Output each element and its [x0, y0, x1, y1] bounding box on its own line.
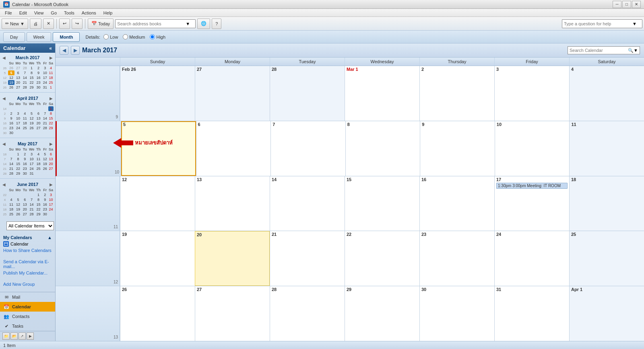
sidebar-collapse-button[interactable]: «	[49, 45, 52, 51]
cal-search-input[interactable]	[570, 48, 628, 53]
cal-day-mar18[interactable]: 18	[569, 176, 644, 231]
close-button[interactable]: ✕	[632, 1, 641, 8]
my-calendars-collapse-icon[interactable]: ▲	[47, 235, 52, 240]
cal-day-mar28[interactable]: 28	[270, 286, 345, 341]
nav-contacts[interactable]: 👥 Contacts	[0, 312, 55, 321]
cal-day-mar25[interactable]: 25	[569, 231, 644, 286]
cal-day-mar29[interactable]: 29	[345, 286, 419, 341]
mini-cal-may-next[interactable]: ▶	[49, 142, 54, 146]
mini-cal-day[interactable]: 6	[14, 70, 21, 75]
tab-week[interactable]: Week	[27, 32, 52, 42]
today-button[interactable]: 📅 Today	[88, 19, 114, 29]
nav-tasks[interactable]: ✔ Tasks	[0, 321, 55, 331]
cal-day-mar23[interactable]: 23	[419, 231, 494, 286]
cal-day-mar22[interactable]: 22	[345, 231, 419, 286]
expand-icon-btn[interactable]: ▶	[27, 332, 34, 340]
mini-cal-day[interactable]: 18	[48, 75, 54, 80]
forward-button[interactable]: ↪	[72, 19, 83, 29]
search-icon[interactable]: ▼	[186, 21, 190, 26]
cal-day-mar7[interactable]: 7	[270, 121, 345, 176]
menu-file[interactable]: File	[2, 10, 15, 16]
share-calendars-link[interactable]: How to Share Calendars	[3, 247, 52, 254]
cal-search-bar[interactable]: 🔍 ▼	[568, 46, 640, 54]
mini-cal-day[interactable]: 20	[14, 80, 21, 85]
address-search-input[interactable]	[117, 21, 186, 26]
nav-calendar[interactable]: 📅 Calendar	[0, 302, 55, 312]
publish-calendar-link[interactable]: Publish My Calendar...	[3, 270, 52, 276]
globe-button[interactable]: 🌐	[197, 19, 210, 29]
menu-view[interactable]: View	[31, 10, 47, 16]
mini-cal-day-april1[interactable]: 1	[48, 106, 54, 111]
minimize-button[interactable]: ─	[613, 1, 621, 8]
mini-cal-day[interactable]: 11	[48, 70, 54, 75]
cal-day-mar15[interactable]: 15	[345, 176, 419, 231]
window-controls[interactable]: ─ □ ✕	[613, 1, 641, 8]
cal-day-feb28[interactable]: 28	[270, 66, 345, 121]
mini-cal-day[interactable]: 3	[42, 66, 48, 70]
folder2-icon-btn[interactable]: 📂	[10, 332, 18, 340]
cal-day-mar3[interactable]: 3	[494, 66, 569, 121]
cal-day-mar11[interactable]: 11	[569, 121, 644, 176]
cal-prev-button[interactable]: ◀	[60, 46, 68, 55]
mini-cal-day-selected[interactable]: 19	[8, 80, 15, 85]
shortcut-icon-btn[interactable]: ↗	[19, 332, 26, 340]
mini-cal-day[interactable]: 26	[8, 85, 15, 90]
restore-button[interactable]: □	[622, 1, 631, 8]
cal-next-button[interactable]: ▶	[71, 46, 80, 55]
mini-cal-day[interactable]: 27	[14, 85, 21, 90]
cal-day-mar1[interactable]: Mar 1	[345, 66, 419, 121]
mini-cal-day[interactable]: 25	[48, 80, 54, 85]
mini-cal-day[interactable]: 1	[28, 66, 35, 70]
cal-day-mar21[interactable]: 21	[270, 231, 345, 286]
mini-cal-day[interactable]: 15	[28, 75, 35, 80]
tab-month[interactable]: Month	[53, 32, 80, 42]
folder-icon-btn[interactable]: 📁	[2, 332, 10, 340]
tab-day[interactable]: Day	[3, 32, 25, 42]
menu-go[interactable]: Go	[47, 10, 60, 16]
cal-day-mar16[interactable]: 16	[419, 176, 494, 231]
cal-event-meeting[interactable]: 1:30pm 3:00pm Meeting: IT ROOM	[496, 183, 568, 189]
cal-day-mar26[interactable]: 26	[120, 286, 195, 341]
cal-day-mar4[interactable]: 4	[569, 66, 644, 121]
calendar-item-main[interactable]: Calendar	[3, 241, 52, 247]
add-group-link[interactable]: Add New Group	[3, 281, 52, 287]
mini-cal-day-today[interactable]: 5	[8, 70, 15, 75]
print-button[interactable]: 🖨	[30, 19, 41, 29]
cal-day-feb26[interactable]: Feb 26	[120, 66, 195, 121]
mini-cal-day[interactable]: 8	[28, 70, 35, 75]
help-search-input[interactable]	[564, 21, 632, 26]
mini-cal-next[interactable]: ▶	[49, 56, 54, 60]
cal-day-mar31[interactable]: 31	[494, 286, 569, 341]
send-calendar-link[interactable]: Send a Calendar via E-mail...	[3, 258, 52, 270]
mini-cal-day[interactable]: 4	[48, 66, 54, 70]
cal-day-mar8[interactable]: 8	[345, 121, 420, 176]
radio-low[interactable]: Low	[103, 34, 118, 39]
menu-help[interactable]: Help	[100, 10, 116, 16]
cal-day-mar10[interactable]: 10	[495, 121, 570, 176]
mini-cal-day[interactable]: 31	[42, 85, 48, 90]
cal-day-mar24[interactable]: 24	[494, 231, 569, 286]
mini-cal-day[interactable]: 13	[14, 75, 21, 80]
my-calendars-header[interactable]: My Calendars ▲	[3, 235, 52, 240]
cal-day-mar9[interactable]: 9	[420, 121, 495, 176]
cal-day-mar14[interactable]: 14	[270, 176, 345, 231]
menu-edit[interactable]: Edit	[16, 10, 30, 16]
cal-day-apr1[interactable]: Apr 1	[569, 286, 644, 341]
delete-button[interactable]: ✕	[43, 19, 54, 29]
cal-day-mar19[interactable]: 19	[120, 231, 195, 286]
cal-day-mar2[interactable]: 2	[419, 66, 494, 121]
mini-cal-day[interactable]: 12	[8, 75, 15, 80]
mini-cal-day[interactable]: 27	[14, 66, 21, 70]
help-question-button[interactable]: ?	[212, 19, 221, 29]
mini-cal-day[interactable]: 10	[42, 70, 48, 75]
mini-cal-may-prev[interactable]: ◀	[2, 142, 6, 146]
new-button[interactable]: ✏ New ▼	[2, 19, 28, 29]
help-search-icon[interactable]: ▼	[632, 21, 637, 26]
mini-cal-day[interactable]: 9	[35, 70, 42, 75]
cal-day-mar27[interactable]: 27	[195, 286, 270, 341]
mini-cal-day[interactable]: 2	[35, 66, 42, 70]
reply-button[interactable]: ↩	[59, 19, 70, 29]
mini-cal-prev[interactable]: ◀	[2, 56, 6, 60]
mini-cal-day[interactable]: 26	[8, 66, 15, 70]
mini-cal-day[interactable]: 1	[48, 85, 54, 90]
